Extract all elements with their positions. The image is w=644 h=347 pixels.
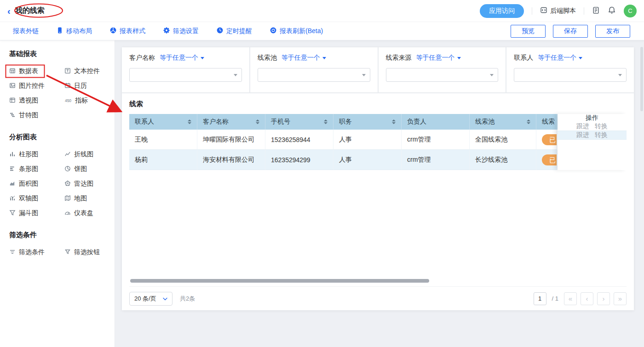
column-header-phone[interactable]: 手机号 <box>265 114 334 130</box>
next-page-button[interactable]: › <box>597 292 610 305</box>
toolbar-item-label: 移动布局 <box>66 27 92 35</box>
toolbar-item-timed-reminder[interactable]: 定时提醒 <box>216 27 252 35</box>
follow-up-link[interactable]: 跟进 <box>576 122 589 131</box>
column-header-lead-status[interactable]: 线索 <box>536 114 557 130</box>
caret-down-icon <box>201 57 204 59</box>
filter-condition-label: 等于任意一个 <box>416 54 455 62</box>
sidebar-item-funnel-chart[interactable]: 漏斗图 <box>9 206 64 221</box>
avatar[interactable]: C <box>624 5 637 17</box>
caret-down-icon <box>234 74 237 76</box>
filter-value-select[interactable] <box>258 68 370 82</box>
filter-widget-contact[interactable]: 联系人 等于任意一个 <box>506 47 634 92</box>
sidebar-item-pie-chart[interactable]: 饼图 <box>64 162 113 176</box>
sidebar-item-metric[interactable]: 450 指标 <box>64 93 113 108</box>
total-count-label: 共2条 <box>180 295 195 303</box>
sidebar-item-hbar-chart[interactable]: 条形图 <box>9 162 64 176</box>
filter-condition-dropdown[interactable]: 等于任意一个 <box>282 54 326 62</box>
sidebar-item-label: 柱形图 <box>19 150 38 159</box>
sidebar-item-data-table[interactable]: 数据表 <box>9 64 64 79</box>
filter-condition-dropdown[interactable]: 等于任意一个 <box>416 54 461 62</box>
pivot-icon <box>9 97 16 105</box>
backend-script-button[interactable]: 后端脚本 <box>540 6 576 15</box>
first-page-button[interactable]: « <box>564 292 577 305</box>
sidebar-item-image-widget[interactable]: 图片控件 <box>9 79 64 93</box>
sidebar-item-calendar[interactable]: 日历 <box>64 79 113 93</box>
column-header-job-title[interactable]: 职务 <box>334 114 402 130</box>
sidebar-item-filter-condition[interactable]: 筛选条件 <box>9 245 64 260</box>
section-title: 筛选条件 <box>9 231 115 239</box>
convert-link[interactable]: 转换 <box>595 122 608 131</box>
filter-widget-lead-pool[interactable]: 线索池 等于任意一个 <box>250 47 378 92</box>
sidebar-section-filters: 筛选条件 筛选条件 筛选按钮 <box>9 231 115 260</box>
cell-actions: 跟进 转换 <box>558 122 627 131</box>
sidebar-item-radar-chart[interactable]: 雷达图 <box>64 176 113 191</box>
back-button[interactable]: ‹ <box>7 6 11 16</box>
column-header-customer[interactable]: 客户名称 <box>197 114 265 130</box>
prev-page-button[interactable]: ‹ <box>581 292 593 305</box>
save-button[interactable]: 保存 <box>553 25 588 38</box>
page-input[interactable]: 1 <box>534 292 546 305</box>
sidebar-item-map[interactable]: 地图 <box>64 191 113 206</box>
pie-chart-icon <box>64 165 71 173</box>
sidebar-item-filter-button[interactable]: 筛选按钮 <box>64 245 113 260</box>
table-empty-area <box>129 170 627 279</box>
filter-condition-dropdown[interactable]: 等于任意一个 <box>160 54 204 62</box>
filter-value-select[interactable] <box>386 68 499 82</box>
toolbar-item-mobile-layout[interactable]: 移动布局 <box>56 27 92 35</box>
sidebar-item-label: 图片控件 <box>19 82 45 90</box>
sidebar-item-bar-chart[interactable]: 柱形图 <box>9 147 64 162</box>
preview-button[interactable]: 预览 <box>511 25 546 38</box>
filter-widget-lead-source[interactable]: 线索来源 等于任意一个 <box>379 47 506 92</box>
chevron-down-icon <box>163 295 167 302</box>
follow-up-link[interactable]: 跟进 <box>576 131 589 139</box>
column-header-contact[interactable]: 联系人 <box>129 114 197 130</box>
toolbar-item-report-link[interactable]: 报表外链 <box>13 27 39 35</box>
filter-condition-dropdown[interactable]: 等于任意一个 <box>538 54 582 62</box>
topbar-right: 应用访问 后端脚本 C <box>480 4 637 18</box>
sidebar-item-gantt[interactable]: 甘特图 <box>9 108 64 123</box>
radar-chart-icon <box>64 180 71 188</box>
column-header-lead-pool[interactable]: 线索池 <box>470 114 536 130</box>
cell-phone: 15236258944 <box>265 130 334 150</box>
toolbar-item-report-style[interactable]: 报表样式 <box>109 27 145 35</box>
table-row[interactable]: 杨莉 海安材料有限公司 16235294299 人事 crm管理 长沙线索池 已 <box>129 150 558 170</box>
sidebar-item-dual-axis-chart[interactable]: 双轴图 <box>9 191 64 206</box>
horizontal-scrollbar[interactable] <box>130 279 429 283</box>
fixed-actions-column: 操作 跟进 转换 跟进 转换 <box>558 114 627 170</box>
sidebar-item-line-chart[interactable]: 折线图 <box>64 147 113 162</box>
sort-icon[interactable] <box>527 119 530 124</box>
sidebar-item-label: 漏斗图 <box>19 209 38 217</box>
filter-widget-customer-name[interactable]: 客户名称 等于任意一个 <box>122 47 249 92</box>
filter-value-select[interactable] <box>514 68 627 82</box>
log-button[interactable] <box>592 6 600 16</box>
sidebar-item-label: 折线图 <box>74 150 93 159</box>
column-label: 职务 <box>339 118 352 126</box>
table-title: 线索 <box>129 100 627 108</box>
sidebar-item-text-widget[interactable]: 文本控件 <box>64 64 113 79</box>
app-access-button[interactable]: 应用访问 <box>480 4 524 18</box>
toolbar-item-report-refresh[interactable]: 报表刷新(Beta) <box>270 27 323 35</box>
vertical-scrollbar[interactable] <box>640 47 643 111</box>
section-title: 分析图表 <box>9 133 115 142</box>
toolbar-item-filter-settings[interactable]: 筛选设置 <box>163 27 199 35</box>
convert-link[interactable]: 转换 <box>595 131 608 139</box>
page-size-select[interactable]: 20 条/页 <box>129 292 172 306</box>
table-row[interactable]: 王晚 坤曜国际有限公司 15236258944 人事 crm管理 全国线索池 已 <box>129 130 558 150</box>
notifications-button[interactable] <box>608 6 616 16</box>
column-header-owner[interactable]: 负责人 <box>402 114 470 130</box>
sidebar-item-label: 仪表盘 <box>74 209 93 217</box>
hbar-chart-icon <box>9 165 16 173</box>
publish-button[interactable]: 发布 <box>595 25 630 38</box>
sort-icon[interactable] <box>188 119 191 124</box>
sidebar-item-gauge[interactable]: 仪表盘 <box>64 206 113 221</box>
filter-value-select[interactable] <box>129 68 242 82</box>
column-label: 线索池 <box>475 118 494 126</box>
sort-icon[interactable] <box>392 119 396 124</box>
sort-icon[interactable] <box>256 119 259 124</box>
cell-phone: 16235294299 <box>265 150 334 170</box>
sort-icon[interactable] <box>324 119 328 124</box>
last-page-button[interactable]: » <box>614 292 627 305</box>
sidebar-item-area-chart[interactable]: 面积图 <box>9 176 64 191</box>
sidebar-item-pivot[interactable]: 透视图 <box>9 93 64 108</box>
status-badge: 已 <box>542 134 557 145</box>
